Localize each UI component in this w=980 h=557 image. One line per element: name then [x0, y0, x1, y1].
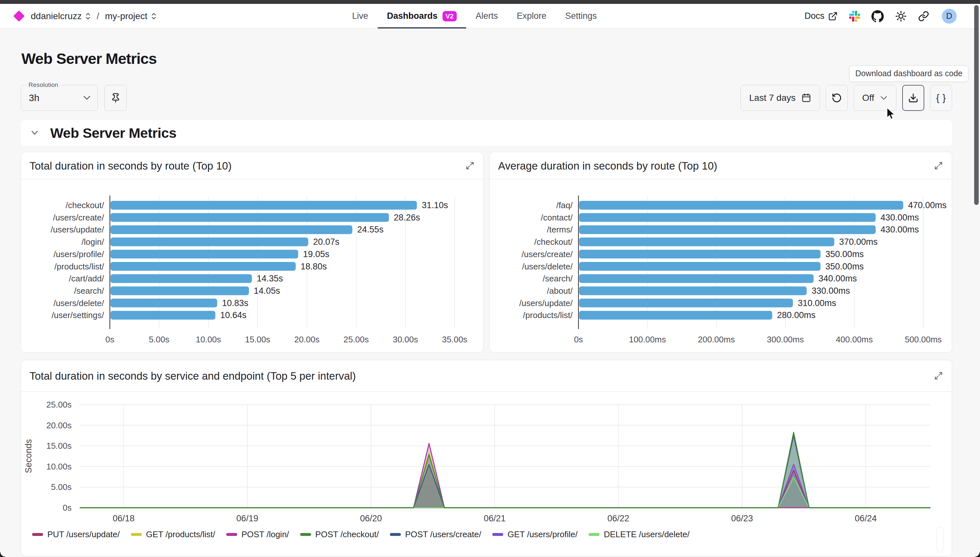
legend-item[interactable]: PUT /users/update/: [32, 529, 120, 539]
category-label: /login/: [82, 237, 104, 247]
bar: [111, 311, 215, 320]
legend-item[interactable]: GET /products/list/: [131, 529, 215, 539]
time-range-button[interactable]: Last 7 days: [741, 85, 820, 111]
pin-dashboard-button[interactable]: [104, 85, 127, 111]
resolution-select[interactable]: Resolution 3h: [21, 85, 98, 111]
x-tick-label: 06/24: [855, 513, 877, 523]
panel-duration-by-service-endpoint: Total duration in seconds by service and…: [21, 360, 952, 556]
refresh-ccw-icon: [832, 93, 842, 103]
refresh-button[interactable]: [826, 85, 848, 111]
panel-scrollbar-thumb[interactable]: [936, 527, 943, 552]
value-label: 470.00ms: [908, 200, 947, 210]
value-label: 10.64s: [220, 310, 246, 320]
legend-swatch: [300, 533, 311, 536]
value-label: 18.80s: [301, 262, 327, 271]
breadcrumb-org-label: ddanielcruzz: [31, 11, 82, 21]
user-avatar[interactable]: D: [942, 9, 957, 24]
download-icon: [908, 93, 918, 103]
sun-icon: [895, 10, 907, 22]
bar: [579, 250, 821, 258]
category-label: /users/delete/: [522, 262, 573, 271]
expand-icon: [465, 161, 475, 171]
category-label: /users/update/: [50, 225, 104, 235]
legend-label: POST /checkout/: [315, 529, 379, 539]
tab-dashboards[interactable]: Dashboards V2: [377, 4, 466, 28]
bar: [111, 250, 298, 258]
logfire-logo-icon[interactable]: [13, 10, 24, 22]
mouse-cursor: [884, 107, 897, 121]
category-label: /search/: [543, 274, 573, 283]
category-label: /search/: [74, 286, 104, 296]
value-label: 10.83s: [222, 298, 248, 308]
legend-item[interactable]: GET /users/profile/: [492, 529, 577, 539]
expand-panel-button[interactable]: [465, 161, 475, 171]
bar: [111, 225, 352, 234]
dashboard-main: Web Server Metrics Download dashboard as…: [21, 29, 952, 556]
bar: [579, 299, 793, 307]
x-tick-label: 06/20: [360, 513, 382, 523]
y-tick-label: 25.00s: [46, 400, 72, 409]
external-link-icon: [828, 11, 838, 21]
panel-title-bar: Total duration in seconds by service and…: [21, 360, 952, 392]
value-label: 20.07s: [313, 237, 339, 247]
legend-swatch: [492, 533, 503, 536]
tab-live[interactable]: Live: [343, 4, 377, 28]
x-tick-label: 100.00ms: [629, 335, 666, 344]
breadcrumb-org-selector[interactable]: ddanielcruzz: [31, 11, 91, 21]
updown-chevrons-icon: [85, 12, 91, 20]
bar: [111, 262, 296, 271]
download-dashboard-button[interactable]: [902, 85, 924, 111]
section-header[interactable]: Web Server Metrics: [21, 120, 952, 146]
category-label: /about/: [547, 286, 573, 296]
v2-badge: V2: [442, 11, 457, 21]
breadcrumb-project-selector[interactable]: my-project: [105, 11, 156, 21]
panel-title: Average duration in seconds by route (To…: [498, 159, 717, 172]
copy-link-button[interactable]: [918, 11, 929, 22]
braces-label: { }: [936, 93, 946, 103]
x-tick-label: 0s: [105, 335, 114, 344]
legend-item[interactable]: POST /users/create/: [390, 529, 481, 539]
value-label: 31.10s: [422, 200, 448, 210]
value-label: 330.00ms: [811, 286, 850, 296]
bar: [579, 201, 903, 210]
theme-toggle-button[interactable]: [895, 10, 907, 22]
collapse-chevron-icon[interactable]: [29, 129, 41, 137]
x-tick-label: 06/22: [607, 513, 629, 523]
bar-chart-average-duration: 0s100.00ms200.00ms300.00ms400.00ms500.00…: [490, 179, 951, 352]
bar: [579, 311, 772, 320]
chevron-down-icon: [83, 95, 91, 101]
tab-alerts[interactable]: Alerts: [466, 4, 507, 28]
docs-link[interactable]: Docs: [804, 11, 838, 21]
x-tick-label: 10.00s: [196, 335, 221, 344]
tab-settings[interactable]: Settings: [556, 4, 606, 28]
x-tick-label: 400.00ms: [836, 335, 873, 344]
category-label: /contact/: [541, 213, 573, 222]
expand-panel-button[interactable]: [934, 371, 943, 381]
value-label: 350.00ms: [826, 262, 864, 271]
value-label: 430.00ms: [881, 213, 919, 222]
slack-icon: [849, 11, 860, 22]
expand-panel-button[interactable]: [934, 161, 943, 171]
x-tick-label: 5.00s: [149, 335, 169, 344]
x-tick-label: 300.00ms: [767, 335, 804, 344]
scrollbar-thumb[interactable]: [974, 5, 979, 205]
category-label: /terms/: [547, 225, 573, 235]
slack-button[interactable]: [849, 11, 860, 22]
legend-item[interactable]: POST /login/: [226, 529, 289, 539]
x-tick-label: 500.00ms: [905, 335, 942, 344]
github-icon: [871, 10, 884, 22]
edit-json-button[interactable]: { }: [930, 85, 952, 111]
value-label: 370.00ms: [839, 237, 878, 247]
category-label: /users/delete/: [54, 298, 104, 308]
value-label: 350.00ms: [826, 249, 864, 259]
tab-explore[interactable]: Explore: [507, 4, 556, 28]
legend-item[interactable]: POST /checkout/: [300, 529, 379, 539]
primary-nav: Live Dashboards V2 Alerts Explore Settin…: [343, 4, 606, 28]
line-chart-duration-by-endpoint: 0s5.00s10.00s15.00s20.00s25.00s06/1806/1…: [21, 392, 951, 526]
legend-item[interactable]: DELETE /users/delete/: [588, 529, 689, 539]
legend-swatch: [226, 533, 237, 536]
category-label: /faq/: [556, 200, 573, 210]
github-button[interactable]: [871, 10, 884, 22]
breadcrumb-project-label: my-project: [105, 11, 148, 21]
category-label: /users/create/: [53, 213, 104, 222]
